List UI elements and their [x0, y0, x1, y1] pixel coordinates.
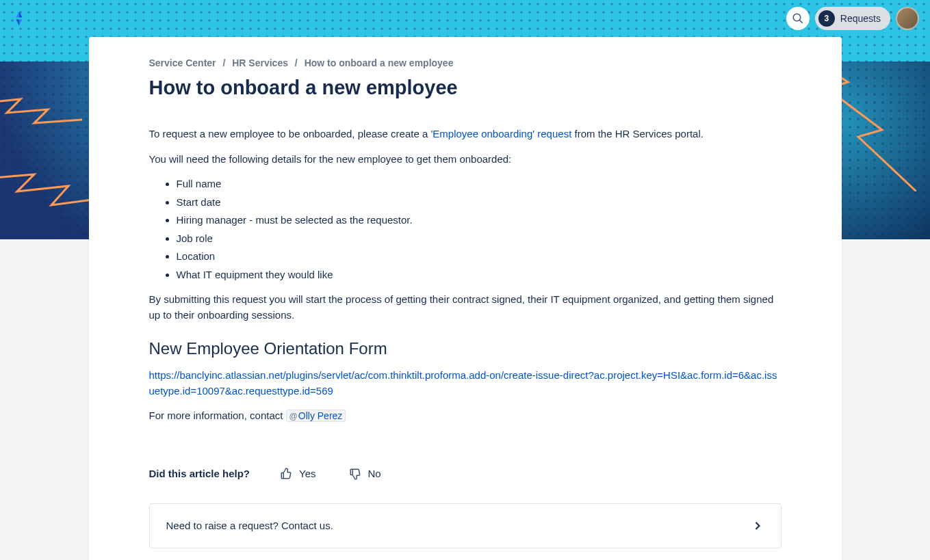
requests-count-badge: 3	[818, 10, 835, 27]
top-header: 3 Requests	[0, 0, 930, 37]
thumbs-up-icon	[280, 468, 292, 480]
list-item: Start date	[177, 195, 782, 211]
feedback-question: Did this article help?	[149, 468, 250, 479]
article-card: Service Center / HR Services / How to on…	[89, 37, 842, 560]
intro-text-after: from the HR Services portal.	[571, 128, 703, 139]
article-body: To request a new employee to be onboarde…	[149, 126, 782, 424]
breadcrumb-hr-services[interactable]: HR Services	[232, 57, 288, 68]
breadcrumb-separator: /	[295, 57, 298, 68]
chevron-right-icon	[751, 519, 764, 533]
feedback-yes-button[interactable]: Yes	[277, 465, 318, 483]
feedback-no-label: No	[368, 468, 381, 479]
orientation-form-heading: New Employee Orientation Form	[149, 339, 782, 358]
list-item: What IT equipment they would like	[177, 267, 782, 283]
list-item: Location	[177, 249, 782, 265]
requests-label: Requests	[840, 13, 881, 24]
user-avatar[interactable]	[896, 7, 919, 30]
search-icon	[792, 12, 804, 25]
list-item: Job role	[177, 231, 782, 247]
search-button[interactable]	[786, 7, 810, 30]
list-item: Hiring manager - must be selected as the…	[177, 213, 782, 228]
breadcrumb-separator: /	[222, 57, 225, 68]
breadcrumb-current[interactable]: How to onboard a new employee	[305, 57, 454, 68]
details-needed-text: You will need the following details for …	[149, 152, 782, 168]
requests-button[interactable]: 3 Requests	[815, 7, 890, 30]
thumbs-down-icon	[349, 468, 361, 480]
employee-onboarding-link[interactable]: 'Employee onboarding' request	[430, 128, 571, 139]
mention-at-symbol: @	[289, 412, 298, 421]
orientation-form-link[interactable]: https://banclyinc.atlassian.net/plugins/…	[149, 369, 777, 397]
submission-info-text: By submitting this request you will star…	[149, 292, 782, 323]
mention-name: Olly Perez	[298, 410, 343, 421]
list-item: Full name	[177, 176, 782, 192]
breadcrumbs: Service Center / HR Services / How to on…	[149, 57, 782, 68]
more-info-text: For more information, contact	[149, 410, 286, 421]
feedback-no-button[interactable]: No	[346, 465, 384, 483]
svg-line-1	[799, 20, 803, 23]
app-logo-icon[interactable]	[11, 10, 27, 27]
required-details-list: Full name Start date Hiring manager - mu…	[177, 176, 782, 282]
page-title: How to onboard a new employee	[149, 77, 782, 99]
intro-text-before: To request a new employee to be onboarde…	[149, 128, 431, 139]
contact-us-text: Need to raise a request? Contact us.	[166, 520, 333, 531]
contact-us-card[interactable]: Need to raise a request? Contact us.	[149, 503, 782, 548]
svg-point-0	[793, 14, 801, 21]
feedback-section: Did this article help? Yes No	[149, 465, 782, 483]
breadcrumb-service-center[interactable]: Service Center	[149, 57, 216, 68]
feedback-yes-label: Yes	[299, 468, 315, 479]
user-mention[interactable]: @Olly Perez	[286, 410, 346, 422]
